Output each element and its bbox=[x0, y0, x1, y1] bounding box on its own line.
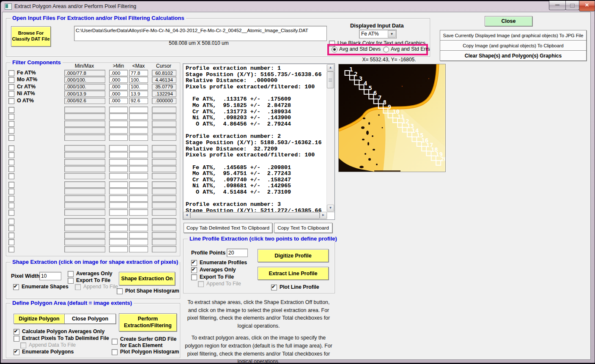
plot-shape-histogram-checkbox[interactable] bbox=[117, 288, 123, 294]
filter-max-input[interactable] bbox=[129, 152, 148, 158]
scroll-up-icon[interactable]: ▲ bbox=[327, 64, 334, 71]
profile-points-input[interactable] bbox=[227, 249, 248, 257]
filter-min-input[interactable] bbox=[109, 134, 128, 141]
filter-component-checkbox[interactable] bbox=[8, 225, 14, 231]
perform-extraction-button[interactable]: Perform Extraction/Filtering bbox=[119, 313, 177, 331]
filter-component-checkbox[interactable] bbox=[8, 166, 14, 172]
plot-line-profile-checkbox[interactable] bbox=[271, 285, 277, 290]
filter-min-input[interactable] bbox=[109, 232, 128, 238]
maximize-button[interactable] bbox=[565, 1, 579, 10]
filter-min-input[interactable] bbox=[109, 166, 128, 172]
filter-component-checkbox[interactable] bbox=[8, 128, 14, 134]
filter-max-input[interactable] bbox=[129, 84, 148, 90]
filter-component-checkbox[interactable] bbox=[8, 173, 14, 179]
filter-component-checkbox[interactable] bbox=[8, 121, 14, 127]
filter-max-input[interactable] bbox=[129, 246, 148, 252]
filter-min-input[interactable] bbox=[109, 173, 128, 179]
file-path-field[interactable]: C:\UserData\SurferData\Alloys\Fe-Mo-Cr-N… bbox=[74, 26, 327, 41]
filter-min-input[interactable] bbox=[109, 84, 128, 90]
filter-max-input[interactable] bbox=[129, 98, 148, 104]
filter-min-input[interactable] bbox=[109, 246, 128, 252]
extract-line-profile-button[interactable]: Extract Line Profile bbox=[258, 267, 329, 280]
enumerate-polygons-checkbox[interactable] bbox=[14, 349, 19, 355]
filter-component-checkbox[interactable] bbox=[8, 91, 14, 97]
copy-tab-delimited-button[interactable]: Copy Tab Delimited Text To Clipboard bbox=[184, 223, 272, 233]
filter-component-checkbox[interactable] bbox=[8, 210, 14, 216]
filter-component-checkbox[interactable] bbox=[8, 152, 14, 158]
se-append-to-file-checkbox[interactable] bbox=[75, 284, 81, 290]
se-averages-only-checkbox[interactable] bbox=[68, 271, 74, 277]
filter-max-input[interactable] bbox=[129, 77, 148, 83]
filter-min-input[interactable] bbox=[109, 195, 128, 202]
filter-component-checkbox[interactable] bbox=[8, 114, 14, 120]
minimize-button[interactable]: — bbox=[549, 1, 566, 10]
clear-graphics-button[interactable]: Clear Shape(s) and Polygon(s) Graphics bbox=[440, 50, 587, 61]
filter-max-input[interactable] bbox=[129, 195, 148, 202]
digitize-profile-button[interactable]: Digitize Profile bbox=[258, 249, 329, 262]
browse-classify-dat-button[interactable]: Browse For Classify DAT File bbox=[11, 26, 51, 47]
filter-min-input[interactable] bbox=[109, 225, 128, 231]
filter-min-input[interactable] bbox=[109, 209, 128, 216]
filter-min-input[interactable] bbox=[109, 181, 128, 188]
filter-min-input[interactable] bbox=[109, 127, 128, 134]
profile-output-text[interactable]: Profile extraction number: 1 Stage Posit… bbox=[186, 66, 321, 214]
filter-min-input[interactable] bbox=[109, 113, 128, 120]
shape-extraction-on-button[interactable]: Shape Extraction On bbox=[119, 272, 175, 285]
calc-polygon-averages-checkbox[interactable] bbox=[14, 329, 19, 335]
chevron-down-icon[interactable]: ▼ bbox=[388, 30, 396, 38]
avg-std-errs-radio[interactable] bbox=[383, 47, 389, 52]
filter-max-input[interactable] bbox=[129, 188, 148, 194]
extract-pixels-checkbox[interactable] bbox=[14, 336, 19, 342]
filter-min-input[interactable] bbox=[109, 107, 128, 113]
plot-polygon-histogram-checkbox[interactable] bbox=[112, 349, 118, 355]
filter-min-input[interactable] bbox=[109, 70, 128, 76]
filter-component-checkbox[interactable] bbox=[8, 98, 14, 104]
filter-max-input[interactable] bbox=[129, 90, 148, 97]
filter-max-input[interactable] bbox=[129, 173, 148, 179]
close-button[interactable]: Close bbox=[485, 16, 532, 26]
lp-export-to-file-checkbox[interactable] bbox=[191, 274, 197, 280]
filter-max-input[interactable] bbox=[129, 134, 148, 141]
filter-max-input[interactable] bbox=[129, 113, 148, 120]
filter-max-input[interactable] bbox=[129, 218, 148, 224]
filter-component-checkbox[interactable] bbox=[8, 246, 14, 252]
filter-min-input[interactable] bbox=[109, 90, 128, 97]
filter-component-checkbox[interactable] bbox=[8, 84, 14, 90]
copy-text-button[interactable]: Copy Text To Clipboard bbox=[274, 223, 332, 233]
scroll-left-icon[interactable]: ◄ bbox=[183, 212, 190, 219]
filter-component-checkbox[interactable] bbox=[8, 239, 14, 245]
filter-component-checkbox[interactable] bbox=[8, 233, 14, 238]
filter-min-input[interactable] bbox=[109, 98, 128, 104]
filter-min-input[interactable] bbox=[109, 188, 128, 194]
filter-min-input[interactable] bbox=[109, 159, 128, 165]
filter-max-input[interactable] bbox=[129, 232, 148, 238]
filter-component-checkbox[interactable] bbox=[8, 70, 14, 76]
enumerate-profiles-checkbox[interactable] bbox=[191, 260, 197, 266]
scroll-down-icon[interactable]: ▼ bbox=[327, 205, 334, 212]
copy-image-button[interactable]: Copy Image (and graphical objects) To Cl… bbox=[440, 40, 587, 51]
hscroll-thumb[interactable] bbox=[190, 212, 320, 219]
vscroll-thumb[interactable] bbox=[327, 71, 334, 88]
filter-component-checkbox[interactable] bbox=[8, 135, 14, 141]
filter-max-input[interactable] bbox=[129, 159, 148, 165]
digitize-polygon-button[interactable]: Digitize Polygon bbox=[14, 314, 65, 324]
filter-component-checkbox[interactable] bbox=[8, 182, 14, 188]
filter-max-input[interactable] bbox=[129, 239, 148, 245]
scroll-right-icon[interactable]: ► bbox=[320, 212, 327, 219]
profile-output-box[interactable]: Profile extraction number: 1 Stage Posit… bbox=[183, 63, 335, 220]
filter-max-input[interactable] bbox=[129, 202, 148, 208]
filter-component-checkbox[interactable] bbox=[8, 107, 14, 113]
filter-component-checkbox[interactable] bbox=[8, 196, 14, 202]
filter-component-checkbox[interactable] bbox=[8, 159, 14, 165]
se-export-to-file-checkbox[interactable] bbox=[68, 278, 74, 284]
create-grd-checkbox[interactable] bbox=[112, 339, 118, 345]
filter-max-input[interactable] bbox=[129, 166, 148, 172]
append-data-checkbox[interactable] bbox=[20, 342, 26, 348]
filter-max-input[interactable] bbox=[129, 120, 148, 127]
filter-max-input[interactable] bbox=[129, 209, 148, 216]
filter-min-input[interactable] bbox=[109, 145, 128, 151]
filter-min-input[interactable] bbox=[109, 120, 128, 127]
filter-component-checkbox[interactable] bbox=[8, 145, 14, 151]
filter-min-input[interactable] bbox=[109, 218, 128, 224]
filter-min-input[interactable] bbox=[109, 202, 128, 208]
